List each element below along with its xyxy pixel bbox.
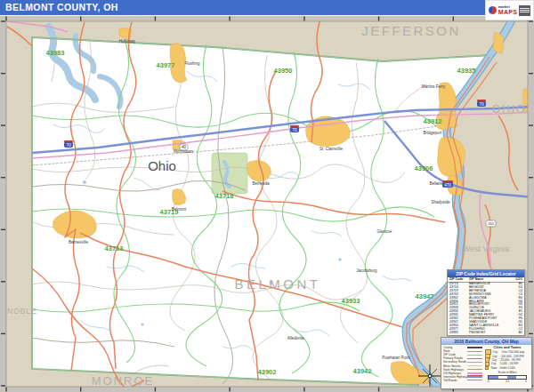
svg-text:470: 470 — [444, 183, 451, 188]
state-line-sample — [467, 351, 482, 352]
county-line-sample — [467, 347, 482, 348]
svg-text:70: 70 — [292, 127, 297, 132]
primary-road-sample — [467, 358, 482, 359]
svg-text:43983: 43983 — [46, 49, 65, 57]
jefferson-county-label: JEFFERSON — [361, 23, 461, 38]
svg-text:43906: 43906 — [415, 164, 433, 172]
svg-text:43713: 43713 — [105, 244, 124, 252]
legend-line-items: County State ZIP Code Primary Roads Seco… — [443, 346, 485, 383]
svg-text:Bellaire: Bellaire — [429, 181, 443, 186]
svg-text:Powhatan Point: Powhatan Point — [382, 356, 410, 360]
town-square-icon — [485, 366, 489, 370]
interstate-sample — [467, 375, 482, 378]
zip-index-table: ZIP Code Index/Grid Locator ZIP Code ZIP… — [447, 269, 525, 336]
city-size-item: TownUnder 5,000 — [485, 366, 530, 370]
ohio-county-wv-label: OHIO — [492, 103, 527, 116]
svg-text:250: 250 — [488, 221, 495, 226]
legend-cities: Cities and Towns CityOver 250,000 pop. C… — [485, 346, 530, 383]
svg-text:Martins Ferry: Martins Ferry — [422, 84, 446, 89]
state-highway-sample — [467, 369, 482, 371]
legend-item: Toll Roads — [443, 379, 485, 382]
us-highway-sample — [467, 372, 482, 374]
svg-text:Barnesville: Barnesville — [69, 240, 89, 244]
minor-street-sample — [467, 365, 482, 366]
zip-index-header: ZIP Code Index/Grid Locator — [448, 270, 524, 277]
svg-text:St. Clairsville: St. Clairsville — [320, 147, 344, 151]
svg-text:Jacobsburg: Jacobsburg — [356, 268, 377, 273]
noble-county-label: NOBLE — [7, 307, 37, 316]
zip-index-row: 43983PIEDMONTB2 — [448, 332, 524, 335]
svg-text:Shadyside: Shadyside — [431, 200, 450, 204]
logo-swirl-icon — [489, 6, 497, 14]
svg-text:43912: 43912 — [424, 117, 442, 125]
svg-text:43902: 43902 — [258, 368, 277, 376]
svg-text:Belmont: Belmont — [172, 207, 187, 212]
svg-text:Glencoe: Glencoe — [377, 229, 392, 234]
monroe-county-label: MONROE — [92, 374, 155, 388]
toll-road-sample — [467, 380, 482, 380]
belmont-county-label: BELMONT — [234, 276, 320, 292]
logo-badge — [519, 5, 530, 16]
title-bar: BELMONT COUNTY, OH — [0, 0, 534, 15]
svg-text:43977: 43977 — [157, 61, 175, 69]
svg-text:43947: 43947 — [416, 292, 434, 300]
svg-text:Holloway: Holloway — [119, 39, 136, 44]
svg-text:Alledonia: Alledonia — [287, 336, 304, 340]
zip-line-sample — [467, 355, 482, 356]
svg-text:Flushing: Flushing — [184, 61, 200, 66]
svg-text:Bethesda: Bethesda — [252, 181, 270, 186]
west-virginia-label: West Virginia — [463, 244, 510, 253]
scale-bar: Scale in Miles 0 2.5 5 — [485, 371, 530, 382]
map-legend: 2016 Belmont County, OH Map County State… — [441, 337, 532, 389]
svg-text:43942: 43942 — [353, 367, 372, 375]
svg-text:Morristown: Morristown — [174, 149, 194, 154]
wall-map-page: 70 70 70 470 40 250 JEFFERSON OHIO NOBLE… — [0, 0, 534, 392]
publisher-logo: market MAPS — [485, 0, 534, 20]
ohio-state-label: Ohio — [148, 158, 176, 173]
svg-text:43933: 43933 — [342, 297, 360, 305]
svg-text:43718: 43718 — [215, 192, 234, 200]
scale-label: Scale in Miles — [485, 371, 530, 374]
svg-text:Bridgeport: Bridgeport — [424, 131, 443, 135]
logo-text-secondary: MAPS — [498, 9, 517, 15]
svg-text:70: 70 — [66, 142, 71, 148]
svg-text:43950: 43950 — [274, 67, 293, 75]
secondary-road-sample — [467, 362, 482, 363]
legend-header: 2016 Belmont County, OH Map — [441, 338, 531, 345]
map-title: BELMONT COUNTY, OH — [5, 0, 118, 15]
svg-text:70: 70 — [479, 101, 484, 107]
svg-text:43935: 43935 — [457, 67, 476, 75]
